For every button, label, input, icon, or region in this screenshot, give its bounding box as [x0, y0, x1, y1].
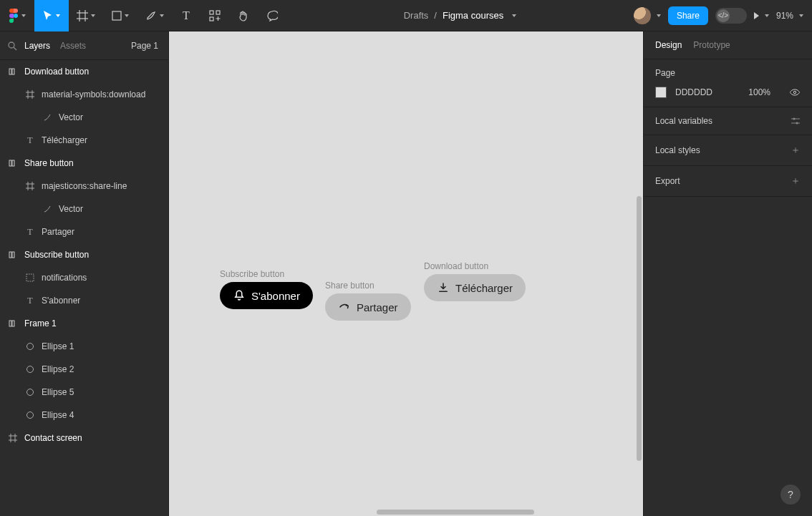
tab-prototype[interactable]: Prototype — [693, 40, 730, 50]
help-button[interactable]: ? — [780, 485, 801, 505]
tab-assets[interactable]: Assets — [60, 41, 86, 51]
tab-layers[interactable]: Layers — [24, 41, 50, 51]
share-button[interactable]: Share — [668, 6, 708, 25]
layers-list: Download buttonmaterial-symbols:download… — [0, 60, 168, 516]
page-color-swatch[interactable] — [655, 87, 667, 98]
top-toolbar: T Drafts / Figma courses Share </> — [0, 0, 812, 31]
page-selector[interactable]: Page 1 — [131, 41, 161, 51]
user-avatar-menu[interactable] — [634, 7, 661, 24]
layer-row[interactable]: Share button — [0, 152, 168, 175]
hand-tool-button[interactable] — [229, 0, 258, 31]
share-button-preview[interactable]: Partager — [325, 293, 411, 321]
layer-row[interactable]: Frame 1 — [0, 312, 168, 335]
comment-tool-button[interactable] — [258, 0, 286, 31]
svg-rect-23 — [9, 252, 11, 258]
section-page: Page DDDDDD 100% — [644, 59, 812, 107]
plus-icon: ＋ — [791, 175, 801, 188]
frame-icon — [24, 182, 36, 190]
resources-button[interactable] — [200, 0, 229, 31]
layer-label: Ellipse 4 — [42, 410, 74, 420]
layer-row[interactable]: Vector — [0, 106, 168, 129]
layer-row[interactable]: Ellipse 4 — [0, 404, 168, 427]
page-color-opacity[interactable]: 100% — [748, 87, 770, 97]
layer-label: majesticons:share-line — [42, 181, 127, 191]
svg-point-0 — [14, 14, 18, 18]
page-color-hex[interactable]: DDDDDD — [675, 87, 712, 97]
layer-label: Vector — [59, 204, 83, 214]
pen-tool-button[interactable] — [137, 0, 172, 31]
layer-row[interactable]: Vector — [0, 198, 168, 220]
svg-rect-5 — [112, 11, 121, 20]
shape-tool-button[interactable] — [103, 0, 137, 31]
svg-rect-8 — [210, 17, 213, 21]
layer-label: Vector — [59, 112, 83, 122]
canvas-scrollbar-vertical[interactable] — [637, 196, 642, 461]
ellipse-icon — [24, 365, 36, 374]
vector-icon — [42, 113, 53, 122]
frame-icon — [24, 90, 36, 99]
layer-row[interactable]: TPartager — [0, 220, 168, 243]
layer-label: S'abonner — [42, 296, 80, 306]
share-icon — [338, 301, 351, 313]
component-label-share: Share button — [325, 281, 374, 291]
layer-row[interactable]: Ellipse 1 — [0, 335, 168, 358]
svg-point-31 — [27, 412, 34, 419]
sliders-icon — [791, 116, 801, 126]
zoom-control[interactable]: 91% — [776, 11, 803, 21]
search-icon[interactable] — [7, 41, 17, 51]
file-title-area[interactable]: Drafts / Figma courses — [286, 10, 634, 21]
figma-menu-button[interactable] — [0, 0, 34, 31]
canvas[interactable]: Subscribe button S'abonner Share button … — [169, 31, 643, 516]
svg-point-28 — [27, 344, 34, 350]
ellipse-icon — [24, 388, 36, 396]
right-panel: Design Prototype Page DDDDDD 100% Local … — [643, 31, 812, 516]
download-button-preview[interactable]: Télécharger — [424, 274, 526, 301]
svg-point-40 — [796, 122, 798, 125]
section-local-variables[interactable]: Local variables — [644, 107, 812, 135]
left-panel: Layers Assets Page 1 Download buttonmate… — [0, 31, 169, 516]
ellipse-icon — [24, 342, 36, 351]
code-icon: </> — [717, 9, 730, 22]
comment-icon — [266, 10, 278, 21]
dev-mode-toggle[interactable]: </> — [715, 8, 747, 24]
svg-rect-26 — [9, 321, 11, 326]
frame-tool-button[interactable] — [69, 0, 103, 31]
layer-row[interactable]: TS'abonner — [0, 289, 168, 312]
present-button[interactable] — [754, 12, 769, 19]
subscribe-button-preview[interactable]: S'abonner — [220, 282, 313, 309]
layer-row[interactable]: notifications — [0, 266, 168, 289]
auto-layout-icon — [7, 250, 19, 259]
layer-label: Subscribe button — [24, 250, 89, 260]
group-icon — [24, 273, 36, 282]
layer-row[interactable]: Ellipse 5 — [0, 381, 168, 404]
svg-point-36 — [793, 91, 796, 93]
tab-design[interactable]: Design — [655, 40, 682, 50]
component-label-download: Download button — [424, 261, 488, 271]
layer-row[interactable]: material-symbols:download — [0, 83, 168, 106]
layer-row[interactable]: Contact screen — [0, 427, 168, 449]
svg-point-30 — [27, 389, 34, 396]
layer-label: Ellipse 1 — [42, 341, 74, 351]
eye-icon[interactable] — [789, 87, 801, 98]
section-title-page: Page — [655, 68, 801, 78]
layer-label: Frame 1 — [24, 318, 57, 328]
auto-layout-icon — [7, 319, 19, 328]
layer-row[interactable]: Subscribe button — [0, 243, 168, 266]
section-export[interactable]: Export ＋ — [644, 166, 812, 197]
layer-row[interactable]: TTélécharger — [0, 129, 168, 152]
layer-row[interactable]: Ellipse 2 — [0, 358, 168, 381]
layer-label: Ellipse 5 — [42, 387, 74, 397]
download-icon — [437, 281, 450, 294]
text-tool-button[interactable]: T — [172, 0, 200, 31]
text-icon: T — [183, 9, 190, 22]
plus-icon: ＋ — [791, 144, 801, 157]
layer-row[interactable]: majesticons:share-line — [0, 175, 168, 198]
layer-row[interactable]: Download button — [0, 60, 168, 83]
breadcrumb-root: Drafts — [404, 10, 429, 21]
cursor-icon — [43, 10, 53, 21]
section-local-styles[interactable]: Local styles ＋ — [644, 135, 812, 166]
move-tool-button[interactable] — [34, 0, 69, 31]
text-icon: T — [24, 296, 36, 306]
text-icon: T — [24, 135, 36, 146]
canvas-scrollbar-horizontal[interactable] — [377, 510, 534, 515]
